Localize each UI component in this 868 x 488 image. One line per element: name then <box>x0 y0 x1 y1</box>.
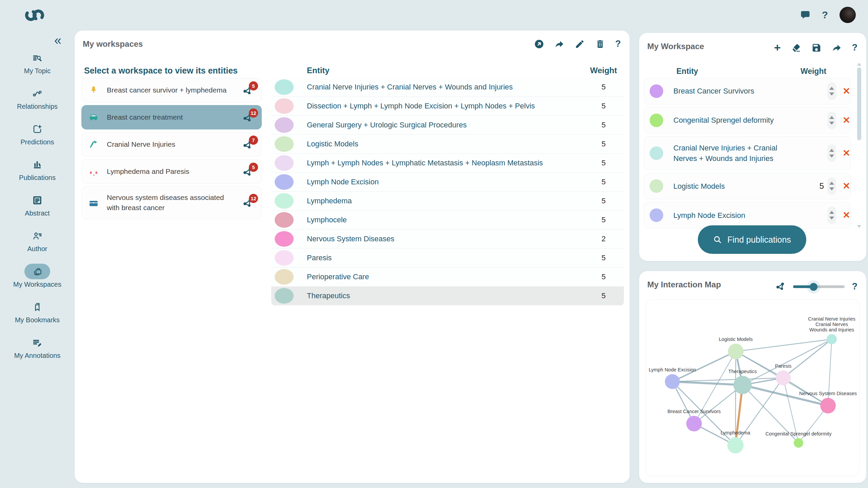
workspace-entity-row[interactable]: Congenital Sprengel deformity ✕ <box>644 107 851 134</box>
delete-icon[interactable] <box>595 39 605 49</box>
sidebar-item[interactable]: Author <box>0 228 75 264</box>
entity-row[interactable]: Logistic Models 5 <box>271 135 624 154</box>
network-graph-icon[interactable] <box>775 282 786 292</box>
stepper-down-icon[interactable] <box>829 155 834 158</box>
help-icon[interactable]: ? <box>615 39 621 49</box>
map-node-lne[interactable] <box>665 374 680 389</box>
workspace-card[interactable]: Lymphedema and Paresis 5 <box>81 159 262 184</box>
stepper-up-icon[interactable] <box>829 182 834 185</box>
stepper-down-icon[interactable] <box>829 122 834 125</box>
help-icon[interactable]: ? <box>852 42 858 53</box>
help-icon[interactable]: ? <box>852 281 858 292</box>
map-node-cranial[interactable] <box>827 334 837 344</box>
stepper-down-icon[interactable] <box>829 93 834 96</box>
map-node-nervous[interactable] <box>820 398 836 413</box>
eraser-icon[interactable] <box>791 43 801 53</box>
map-node-therapeutics[interactable] <box>733 376 752 394</box>
weight-stepper[interactable] <box>827 206 836 224</box>
stepper-down-icon[interactable] <box>829 217 834 220</box>
entity-color-dot <box>275 98 294 114</box>
entity-row[interactable]: Perioperative Care 5 <box>271 268 624 287</box>
car-icon <box>88 112 99 122</box>
entity-color-dot <box>650 179 663 193</box>
weight-stepper[interactable] <box>827 82 836 100</box>
sidebar-item[interactable]: My Bookmarks <box>0 299 75 335</box>
scrollbar-up-icon[interactable] <box>857 63 861 66</box>
entity-row[interactable]: Paresis 5 <box>271 249 624 268</box>
workspace-label: Breast cancer survivor + lymphedema <box>107 85 238 95</box>
stepper-up-icon[interactable] <box>829 149 834 152</box>
open-in-circle-icon[interactable] <box>534 39 544 49</box>
entity-row[interactable]: Lymphedema 5 <box>271 192 624 211</box>
chat-bubble-icon[interactable] <box>800 10 810 20</box>
workspace-entity-row[interactable]: Breast Cancer Survivors ✕ <box>644 78 851 104</box>
entity-row[interactable]: Dissection + Lymph + Lymph Node Excision… <box>271 97 624 116</box>
sidebar-item[interactable]: Publications <box>0 157 75 192</box>
find-publications-button[interactable]: Find publications <box>698 225 806 254</box>
stepper-up-icon[interactable] <box>829 116 834 119</box>
weight-stepper[interactable] <box>827 177 836 195</box>
weight-stepper[interactable] <box>827 144 836 162</box>
workspace-label: Cranial Nerve Injuries <box>107 139 238 149</box>
scrollbar-down-icon[interactable] <box>857 225 861 228</box>
entity-row[interactable]: Lymph Node Excision 5 <box>271 173 624 192</box>
remove-entity-icon[interactable]: ✕ <box>843 86 850 97</box>
map-node-paresis[interactable] <box>776 370 791 385</box>
slider-thumb[interactable] <box>810 283 817 291</box>
entity-weight: 5 <box>587 102 620 110</box>
workspace-card[interactable]: Breast cancer treatment 12 <box>81 105 262 129</box>
sidebar-item[interactable]: Abstract <box>0 192 75 228</box>
entity-row[interactable]: Cranial Nerve Injuries + Cranial Nerves … <box>271 78 624 97</box>
map-node-breast[interactable] <box>686 416 702 431</box>
map-node-lymphedema[interactable] <box>727 437 744 453</box>
entity-label: Breast Cancer Survivors <box>673 86 782 96</box>
weight-stepper[interactable] <box>827 111 836 129</box>
workspace-card[interactable]: Cranial Nerve Injuries 7 <box>81 132 262 157</box>
sidebar-item-label: Abstract <box>25 209 50 217</box>
entity-label: Therapeutics <box>307 291 350 300</box>
entity-row[interactable]: Therapeutics 5 <box>271 287 624 306</box>
workspace-entity-list: Breast Cancer Survivors ✕ Congenital Spr… <box>644 78 851 228</box>
edit-icon[interactable] <box>575 39 585 49</box>
share-icon[interactable] <box>554 39 565 49</box>
remove-entity-icon[interactable]: ✕ <box>843 115 850 126</box>
stepper-up-icon[interactable] <box>829 211 834 214</box>
sidebar-item[interactable]: Predictions <box>0 121 75 157</box>
workspace-entity-row[interactable]: Lymph Node Excision ✕ <box>644 202 851 228</box>
entity-weight: 5 <box>587 197 620 205</box>
entity-color-dot <box>275 117 294 133</box>
workspace-entity-row[interactable]: Logistic Models 5 ✕ <box>644 173 851 199</box>
workspace-card[interactable]: Nervous system diseases associated with … <box>81 186 262 219</box>
share-icon[interactable] <box>832 43 842 53</box>
sidebar-item[interactable]: Relationships <box>0 86 75 121</box>
stepper-down-icon[interactable] <box>829 187 834 190</box>
entity-row[interactable]: General Surgery + Urologic Surgical Proc… <box>271 116 624 135</box>
help-icon[interactable]: ? <box>822 9 828 21</box>
save-icon[interactable] <box>811 43 822 53</box>
entity-row[interactable]: Nervous System Diseases 2 <box>271 230 624 249</box>
user-avatar[interactable] <box>840 7 856 23</box>
sidebar-item[interactable]: My Workspaces <box>0 264 75 299</box>
entity-label: Lymphocele <box>307 216 347 224</box>
sidebar-item[interactable]: My Topic <box>0 50 75 86</box>
sidebar-item[interactable]: My Annotations <box>0 335 75 370</box>
entity-row[interactable]: Lymphocele 5 <box>271 211 624 230</box>
sidebar-collapse-icon[interactable]: « <box>54 34 61 47</box>
workspace-card[interactable]: Breast cancer survivor + lymphedema 5 <box>81 78 262 102</box>
interaction-map-canvas[interactable]: Logistic ModelsCranial Nerve InjuriesCra… <box>646 299 860 476</box>
entity-weight: 5 <box>587 272 620 281</box>
entity-row[interactable]: Lymph + Lymph Nodes + Lymphatic Metastas… <box>271 154 624 173</box>
map-node-logistic[interactable] <box>728 344 744 359</box>
workspace-entity-row[interactable]: Cranial Nerve Injuries + Cranial Nerves … <box>644 136 851 170</box>
scrollbar[interactable] <box>857 63 862 228</box>
scrollbar-thumb[interactable] <box>857 67 861 140</box>
stepper-up-icon[interactable] <box>829 87 834 90</box>
select-workspace-title: Select a workspace to view its entities <box>84 66 238 76</box>
add-icon[interactable]: + <box>774 41 781 54</box>
remove-entity-icon[interactable]: ✕ <box>843 181 850 191</box>
interaction-map-panel: My Interaction Map ? Logistic ModelsCran… <box>639 271 866 483</box>
remove-entity-icon[interactable]: ✕ <box>843 148 850 159</box>
map-node-congenital[interactable] <box>794 438 803 448</box>
map-zoom-slider[interactable] <box>793 283 845 290</box>
remove-entity-icon[interactable]: ✕ <box>843 210 850 221</box>
